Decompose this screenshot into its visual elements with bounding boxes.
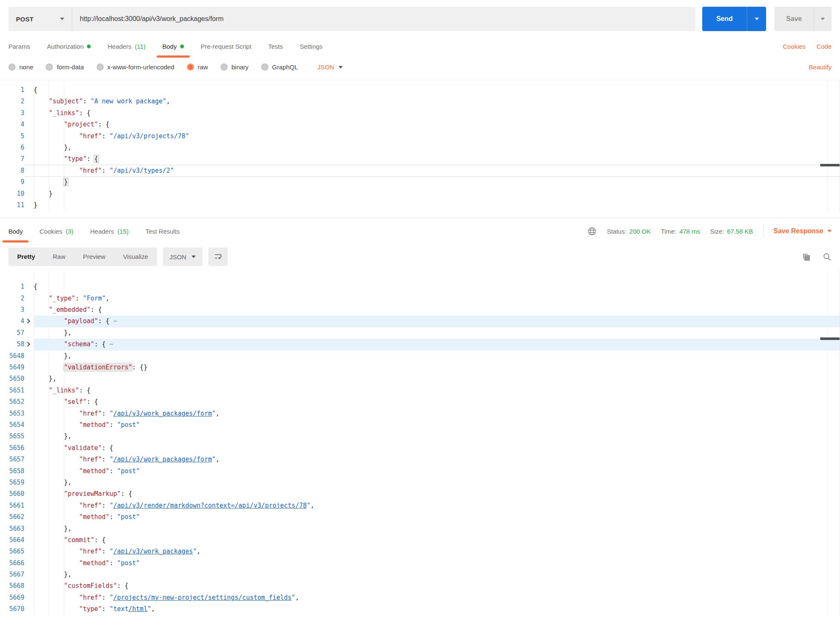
method-select[interactable]: POST [8,7,72,31]
response-body-editor[interactable]: 1{2 "_type": "Form",3 "_embedded": {4 "p… [0,271,840,615]
line-number: 5667 [0,569,24,580]
fold-gutter [24,188,34,200]
tab-settings[interactable]: Settings [300,43,323,50]
tab-authorization[interactable]: Authorization [47,43,91,50]
response-tab-headers[interactable]: Headers (15) [90,228,129,235]
radio-label: raw [198,63,208,71]
beautify-button[interactable]: Beautify [809,63,832,71]
body-type-none[interactable]: none [8,63,33,71]
body-type-binary[interactable]: binary [220,63,249,71]
size-badge: Size: 67.58 KB [710,228,753,235]
request-tabs: Params Authorization Headers (11) Body P… [0,35,840,58]
fold-gutter [24,511,34,523]
fold-gutter [24,477,34,488]
response-tab-cookies[interactable]: Cookies (3) [39,228,74,235]
code-text: "_type": "Form", [34,293,840,304]
code-text: }, [34,477,840,488]
fold-gutter [24,396,34,408]
code-line: 10 } [0,188,840,200]
request-body-editor[interactable]: 1{2 "subject": "A new work package",3 "_… [0,80,840,211]
fold-gutter [24,408,34,419]
chevron-right-icon[interactable] [25,319,30,324]
view-raw[interactable]: Raw [44,248,74,266]
line-number: 5660 [0,488,24,500]
tab-label: Cookies [39,228,62,235]
body-type-form-data[interactable]: form-data [46,63,84,71]
view-visualize[interactable]: Visualize [114,248,157,266]
send-button[interactable]: Send [702,7,747,31]
response-tab-test-results[interactable]: Test Results [145,228,180,235]
body-type-bar: none form-data x-www-form-urlencoded raw… [0,61,840,74]
chevron-down-icon [827,230,832,232]
tab-label: Tests [268,43,283,50]
line-number: 5663 [0,523,24,535]
code-text: "customFields": { [34,580,840,592]
radio-icon [46,63,53,71]
fold-gutter [24,362,34,373]
fold-gutter [24,96,34,107]
fold-gutter [24,84,34,96]
code-line: 6 }, [0,142,840,153]
fold-gutter[interactable] [24,316,34,327]
tab-tests[interactable]: Tests [268,43,283,50]
code-link[interactable]: Code [816,43,832,50]
code-text: } [34,200,840,211]
fold-gutter[interactable] [24,339,34,350]
code-line: 5655 }, [0,431,840,442]
search-icon[interactable] [822,252,832,261]
response-format-select[interactable]: JSON [163,248,202,266]
scrollbar-marker [820,164,840,166]
save-options-button[interactable] [814,7,832,31]
response-meta: Status: 200 OK Time: 478 ms Size: 67.58 … [587,225,832,237]
line-number: 5653 [0,408,24,419]
fold-gutter [24,558,34,569]
body-type-raw[interactable]: raw [187,63,208,71]
code-text: "validate": { [34,443,840,454]
chevron-right-icon[interactable] [25,342,30,346]
code-line: 5661 "href": "/api/v3/render/markdown?co… [0,500,840,511]
fold-gutter [24,119,34,130]
save-response-button[interactable]: Save Response [774,227,832,235]
body-type-graphql[interactable]: GraphQL [261,63,298,71]
save-button[interactable]: Save [774,7,814,31]
code-line: 5658 "method": "post" [0,466,840,477]
wrap-lines-button[interactable] [208,248,228,266]
code-line: 5657 "href": "/api/v3/work_packages/form… [0,454,840,465]
cookies-link[interactable]: Cookies [783,43,806,50]
code-text: }, [34,350,840,362]
copy-icon[interactable] [802,253,811,261]
line-number: 1 [0,84,24,96]
tab-count: (11) [135,43,146,50]
vertical-divider [763,225,764,237]
fold-gutter [24,603,34,615]
response-tab-body[interactable]: Body [8,228,23,235]
tab-pre-request-script[interactable]: Pre-request Script [201,43,252,50]
chevron-down-icon [755,18,759,20]
line-number: 5657 [0,454,24,465]
code-line: 1{ [0,84,840,96]
view-preview[interactable]: Preview [74,248,114,266]
view-pretty[interactable]: Pretty [8,248,44,266]
response-header: Body Cookies (3) Headers (15) Test Resul… [0,218,840,246]
request-bar: POST Send Save [0,0,840,35]
line-number: 5665 [0,546,24,557]
code-text: "method": "post" [34,466,840,477]
line-number: 2 [0,96,24,107]
response-view-switcher: Pretty Raw Preview Visualize [8,248,157,266]
code-text: }, [34,327,840,339]
globe-icon[interactable] [587,227,597,236]
body-type-x-www-form-urlencoded[interactable]: x-www-form-urlencoded [97,63,174,71]
send-options-button[interactable] [747,7,766,31]
raw-format-select[interactable]: JSON [318,63,343,71]
postman-request-view: POST Send Save Params Authorization Head… [0,0,840,627]
line-number: 8 [0,165,24,177]
code-text: "href": "/api/v3/work_packages", [34,546,840,557]
tab-headers[interactable]: Headers (11) [108,43,145,50]
url-input[interactable] [72,7,696,31]
tab-params[interactable]: Params [8,43,30,50]
line-number: 5 [0,131,24,142]
code-line: 5 "href": "/api/v3/projects/78" [0,131,840,142]
fold-gutter [24,488,34,500]
tab-body[interactable]: Body [163,43,184,50]
status-badge: Status: 200 OK [607,228,651,235]
